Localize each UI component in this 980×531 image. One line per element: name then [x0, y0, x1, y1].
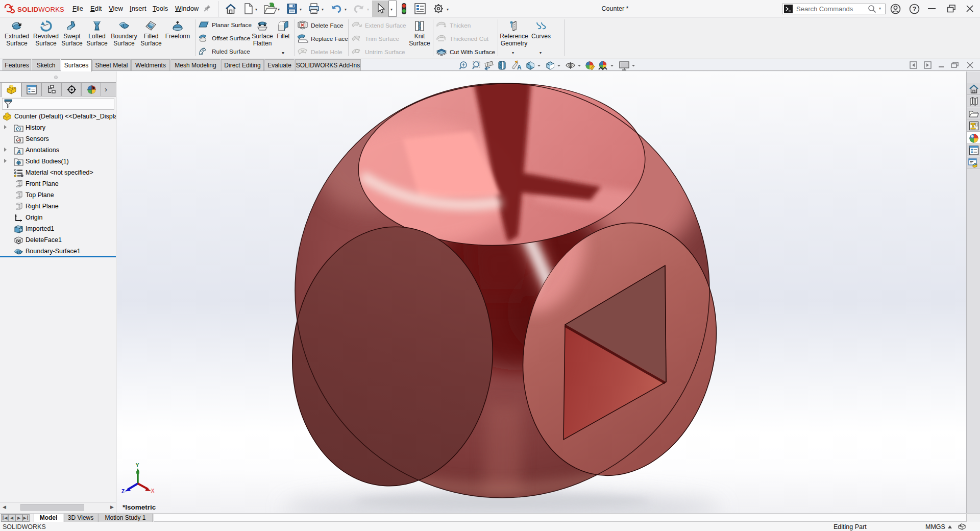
svg-text:?: ? — [913, 6, 917, 13]
svg-text:SOLIDWORKS: SOLIDWORKS — [17, 6, 64, 13]
svg-text:Z: Z — [121, 489, 125, 494]
svg-text:Y: Y — [136, 463, 139, 468]
svg-text:A: A — [16, 149, 21, 155]
svg-text:X: X — [151, 488, 155, 494]
svg-text:A: A — [517, 64, 522, 71]
